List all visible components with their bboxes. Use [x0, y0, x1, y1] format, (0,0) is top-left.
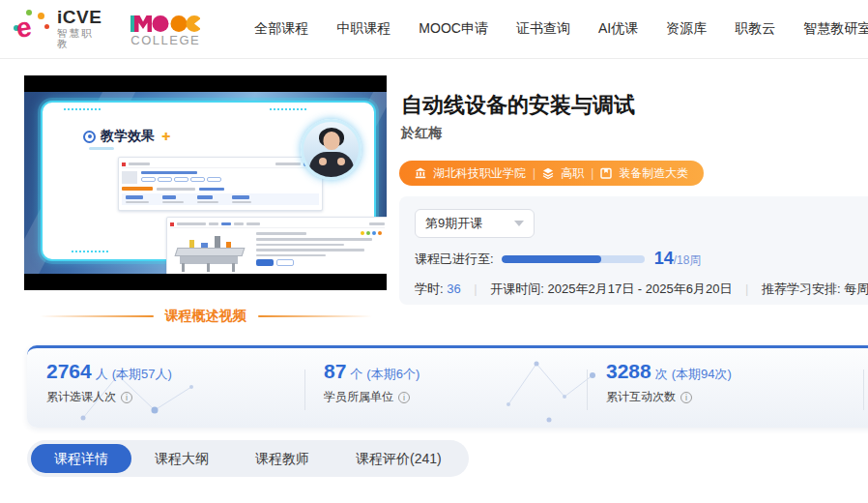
course-session-panel: 第9期开课 课程已进行至: 14 /18周 学时: 36 | 开课时间: 202… [399, 196, 868, 305]
page-title: 自动线设备的安装与调试 [401, 91, 635, 120]
stat-organizations-unit: 个 [350, 366, 362, 383]
slide-title: 教学效果 ✚ [83, 128, 170, 145]
stat-enrollments-unit: 人 [96, 366, 108, 383]
stat-interactions-value: 3288 [606, 360, 651, 383]
badge-level: 高职 [561, 165, 584, 182]
category-icon [600, 167, 612, 179]
stat-divider [304, 370, 305, 410]
level-layers-icon [542, 167, 554, 179]
slide-decor-dots [72, 251, 108, 252]
tab-course-details[interactable]: 课程详情 [31, 444, 131, 473]
mooc-college-text: COLLEGE [130, 34, 200, 46]
nav-item-certificate-query[interactable]: 证书查询 [516, 20, 570, 38]
stat-interactions: 3288 次 (本期94次) 累计互动次数 [606, 360, 732, 405]
course-progress-row: 课程已进行至: 14 /18周 [415, 249, 868, 269]
icve-logo-icon[interactable]: e [14, 9, 52, 49]
hours-value: 36 [447, 281, 460, 296]
info-icon[interactable] [398, 392, 410, 403]
meta-divider: | [474, 281, 477, 296]
icve-subtitle: 智慧职教 [57, 28, 101, 50]
video-caption: 课程概述视频 [165, 308, 246, 325]
meta-divider: | [745, 281, 748, 296]
video-slide-frame: 教学效果 ✚ [41, 101, 376, 261]
chevron-down-icon [514, 221, 524, 226]
badge-category: 装备制造大类 [619, 165, 688, 182]
session-select-value: 第9期开课 [425, 215, 482, 232]
progress-fill [502, 255, 602, 263]
dates-value: 2025年2月17日 - 2025年6月20日 [548, 281, 733, 296]
stat-interactions-label: 累计互动次数 [606, 389, 676, 405]
stat-divider [587, 370, 588, 410]
caption-left-line [40, 315, 154, 317]
mooc-logo-shapes [130, 13, 200, 32]
school-icon [415, 167, 426, 179]
caption-right-line [258, 315, 372, 317]
slide-screenshot-equipment [166, 217, 387, 274]
slide-decor-dots [270, 108, 306, 110]
progress-label: 课程已进行至: [415, 251, 494, 268]
dates-label: 开课时间: [490, 281, 544, 296]
slide-title-underline [89, 147, 114, 150]
course-info-badge: 湖北科技职业学院 高职 装备制造大类 [399, 161, 704, 186]
presenter-avatar [301, 119, 362, 180]
stat-organizations-label: 学员所属单位 [324, 389, 393, 405]
stat-divider [863, 370, 864, 410]
main-nav: 全部课程 中职课程 MOOC申请 证书查询 AI优课 资源库 职教云 智慧教研室… [254, 20, 868, 38]
nav-item-resource-library[interactable]: 资源库 [666, 20, 707, 38]
hours-label: 学时: [415, 281, 444, 296]
badge-separator [533, 166, 535, 180]
nav-item-all-courses[interactable]: 全部课程 [254, 20, 308, 38]
stat-interactions-note: (本期94次) [672, 366, 732, 383]
nav-item-smart-teaching-office[interactable]: 智慧教研室 [803, 20, 868, 38]
stat-enrollments-value: 2764 [46, 360, 92, 383]
icve-logo-e-glyph: e [14, 14, 33, 43]
progress-total-weeks: /18周 [674, 252, 702, 269]
slide-decor-plus-icon: ✚ [161, 131, 170, 143]
stat-enrollments: 2764 人 (本期57人) 累计选课人次 [46, 360, 172, 405]
stat-enrollments-note: (本期57人) [112, 366, 172, 383]
stat-enrollments-label: 累计选课人次 [46, 389, 116, 405]
icve-logo-text[interactable]: iCVE 智慧职教 [57, 8, 101, 50]
icve-logo-dot-orange [38, 13, 44, 19]
progress-current-week: 14 [654, 249, 674, 269]
stat-organizations-value: 87 [324, 360, 346, 383]
video-scene: 教学效果 ✚ [24, 92, 387, 274]
plan-label: 推荐学习安排: [762, 281, 841, 296]
equipment-illustration [170, 230, 253, 273]
nav-item-secondary-vocational[interactable]: 中职课程 [336, 20, 391, 38]
slide-screenshot-platform [118, 157, 323, 211]
progress-bar [502, 255, 645, 263]
stat-organizations-note: (本期6个) [366, 366, 420, 383]
tab-course-reviews[interactable]: 课程评价(241) [333, 444, 465, 473]
top-navigation-bar: e iCVE 智慧职教 MOOC COLLEGE 全部课程 中职课程 MOOC申… [0, 0, 868, 59]
nav-item-mooc-apply[interactable]: MOOC申请 [419, 20, 488, 38]
info-icon[interactable] [121, 392, 132, 403]
session-select[interactable]: 第9期开课 [415, 209, 535, 238]
nav-item-vocational-cloud[interactable]: 职教云 [735, 20, 775, 38]
tab-course-outline[interactable]: 课程大纲 [131, 444, 232, 473]
slide-title-badge-icon [83, 131, 96, 143]
slide-title-text: 教学效果 [101, 128, 155, 145]
instructor-name: 於红梅 [401, 125, 442, 142]
video-caption-row: 课程概述视频 [24, 308, 387, 325]
info-icon[interactable] [680, 392, 692, 403]
nav-item-ai-courses[interactable]: AI优课 [598, 20, 638, 38]
course-meta-row: 学时: 36 | 开课时间: 2025年2月17日 - 2025年6月20日 |… [415, 281, 868, 298]
badge-school: 湖北科技职业学院 [433, 165, 526, 182]
stat-organizations: 87 个 (本期6个) 学员所属单位 [324, 360, 420, 405]
badge-separator [591, 166, 593, 180]
plan-value: 每周2.00小时 [844, 281, 868, 296]
course-overview-video-player[interactable]: 教学效果 ✚ [24, 75, 387, 290]
stat-interactions-unit: 次 [655, 366, 668, 383]
mooc-college-logo[interactable]: MOOC COLLEGE [130, 13, 200, 46]
icve-name: iCVE [57, 8, 101, 28]
icve-logo-dot-red [44, 24, 49, 29]
course-stats-card: 2764 人 (本期57人) 累计选课人次 87 个 (本期6个) 学员所属单位… [27, 345, 868, 428]
tab-course-teachers[interactable]: 课程教师 [232, 444, 333, 473]
course-tabs: 课程详情 课程大纲 课程教师 课程评价(241) [27, 440, 469, 477]
slide-decor-dots [64, 108, 101, 110]
